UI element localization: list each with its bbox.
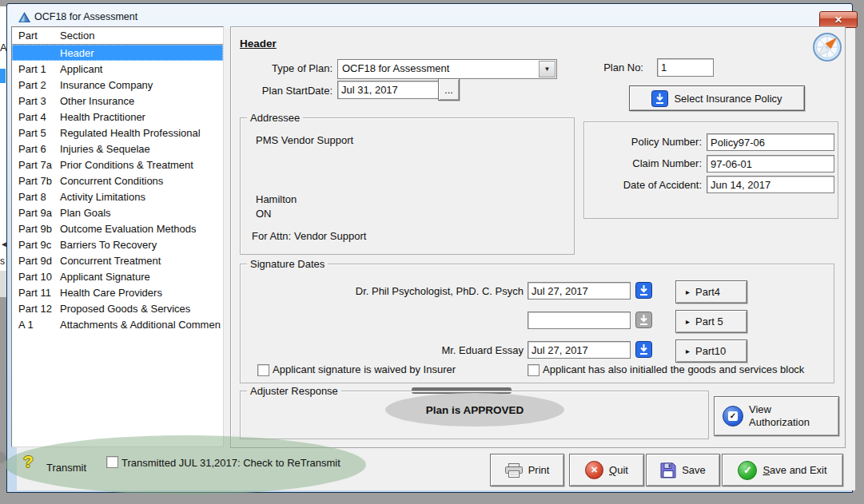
chevron-down-icon[interactable]: ▼: [539, 61, 555, 77]
row-part: Part 9c: [12, 239, 60, 251]
row-section: Health Care Providers: [60, 287, 223, 299]
initialled-checkbox-label: Applicant has also initialled the goods …: [543, 363, 804, 375]
row-part: Part 2: [12, 79, 60, 91]
window-title: OCF18 for Assessment: [34, 11, 137, 22]
save-and-exit-button[interactable]: ✓ Save and Exit: [722, 454, 843, 486]
sidebar-item-applicant[interactable]: Part 1Applicant: [12, 61, 223, 77]
save-button[interactable]: Save: [646, 454, 720, 486]
row-part: Part 11: [12, 287, 60, 299]
sidebar-item-activity-limitations[interactable]: Part 8Activity Limitations: [12, 189, 223, 204]
retransmit-checkbox-label: Transmitted JUL 31,2017: Check to ReTran…: [121, 457, 340, 469]
check-circle-icon: ✓: [738, 461, 757, 480]
date-of-accident-input[interactable]: Jun 14, 2017: [707, 176, 834, 193]
titlebar[interactable]: OCF18 for Assessment ✕: [17, 8, 848, 28]
arrow-right-icon: ▸: [686, 347, 690, 355]
download-icon: [651, 90, 668, 107]
sidebar-item-concurrent-conditions[interactable]: Part 7bConcurrent Conditions: [12, 173, 223, 189]
close-button[interactable]: ✕: [819, 11, 858, 28]
type-of-plan-select[interactable]: OCF18 for Assessment ▼: [337, 59, 557, 79]
row-section: Applicant: [60, 63, 223, 75]
section-list-header: Part Section: [12, 27, 223, 45]
sidebar-item-health-care-providers[interactable]: Part 11Health Care Providers: [12, 284, 223, 300]
row-part: Part 7b: [12, 175, 60, 187]
signature-dates-title: Signature Dates: [247, 258, 328, 270]
row-part: Part 6: [12, 143, 60, 155]
compass-icon[interactable]: [812, 32, 842, 62]
initialled-checkbox[interactable]: [528, 364, 540, 376]
column-section: Section: [60, 30, 94, 42]
date-picker-button[interactable]: ...: [438, 78, 460, 101]
row-part: Part 10: [12, 271, 60, 283]
row-section: Header: [60, 47, 223, 59]
select-insurance-policy-button[interactable]: Select Insurance Policy: [629, 85, 805, 111]
sidebar-item-attachments[interactable]: A 1Attachments & Additional Commen: [12, 316, 223, 332]
policy-number-input[interactable]: Policy97-06: [707, 133, 834, 151]
sidebar-item-prior-conditions[interactable]: Part 7aPrior Conditions & Treatment: [12, 157, 223, 173]
signature-row-label: Mr. Eduard Essay: [248, 344, 524, 356]
row-part: A 1: [12, 319, 60, 331]
quit-button[interactable]: ✕ Quit: [569, 454, 644, 486]
sidebar-item-header[interactable]: Header: [12, 45, 223, 61]
part4-label: Part4: [695, 286, 720, 298]
row-section: Barriers To Recovery: [60, 239, 223, 251]
floppy-disk-icon: [660, 462, 676, 478]
app-icon: [18, 12, 30, 22]
status-badge: Plan is APPROVED: [385, 393, 564, 427]
addressee-name: PMS Vendor Support: [256, 134, 353, 146]
page-title: Header: [240, 38, 277, 50]
sidebar-item-outcome-evaluation[interactable]: Part 9bOutcome Evaluation Methods: [12, 220, 223, 236]
transmit-label: Transmit: [46, 462, 86, 474]
sidebar-item-health-practitioner[interactable]: Part 4Health Practitioner: [12, 109, 223, 125]
row-part: Part 9b: [12, 223, 60, 235]
row-part: Part 7a: [12, 159, 60, 171]
for-attn-value: Vendor Support: [294, 230, 366, 242]
goto-part4-button[interactable]: ▸ Part4: [675, 280, 747, 304]
view-authorization-button[interactable]: ✓ View Authorization: [714, 396, 839, 436]
help-icon[interactable]: ?: [23, 452, 34, 471]
sidebar-item-barriers-to-recovery[interactable]: Part 9cBarriers To Recovery: [12, 236, 223, 252]
adjuster-response-title: Adjuster Response: [247, 385, 341, 397]
sidebar-item-concurrent-treatment[interactable]: Part 9dConcurrent Treatment: [12, 252, 223, 268]
sidebar-item-injuries-sequelae[interactable]: Part 6Injuries & Sequelae: [12, 141, 223, 157]
sidebar-item-other-insurance[interactable]: Part 3Other Insurance: [12, 93, 223, 109]
sidebar-item-insurance-company[interactable]: Part 2Insurance Company: [12, 77, 223, 93]
signature-date-input[interactable]: Jul 27, 2017: [528, 341, 631, 359]
row-section: Outcome Evaluation Methods: [60, 223, 223, 235]
signature-date-input[interactable]: Jul 27, 2017: [528, 282, 631, 300]
signature-date-input[interactable]: [528, 312, 631, 329]
plan-start-date-input[interactable]: Jul 31, 2017: [337, 81, 440, 99]
addressee-city: Hamilton: [256, 193, 297, 205]
retransmit-checkbox[interactable]: [106, 456, 118, 468]
row-section: Attachments & Additional Commen: [60, 319, 223, 331]
sidebar-item-regulated-health-professional[interactable]: Part 5Regulated Health Professional: [12, 125, 223, 141]
arrow-right-icon: ▸: [686, 288, 690, 296]
sidebar-item-applicant-signature[interactable]: Part 10Applicant Signature: [12, 268, 223, 284]
row-part: Part 12: [12, 303, 60, 315]
plan-no-input[interactable]: 1: [657, 58, 714, 77]
goto-part5-button[interactable]: ▸ Part 5: [675, 310, 747, 333]
view-authorization-label: View Authorization: [749, 403, 819, 430]
print-button[interactable]: Print: [490, 454, 564, 486]
sidebar-item-plan-goals[interactable]: Part 9aPlan Goals: [12, 204, 223, 220]
waived-checkbox[interactable]: [257, 364, 269, 376]
close-icon: ✕: [834, 15, 842, 25]
type-of-plan-value: OCF18 for Assessment: [342, 62, 449, 74]
save-and-exit-label: Save and Exit: [762, 464, 826, 476]
background-text-fragment: A: [0, 42, 6, 54]
claim-number-input[interactable]: 97-06-01: [707, 155, 834, 173]
row-section: Concurrent Conditions: [60, 175, 223, 187]
row-section: Prior Conditions & Treatment: [60, 159, 223, 171]
fill-date-button[interactable]: [635, 282, 652, 299]
type-of-plan-label: Type of Plan:: [237, 62, 332, 74]
fill-date-button[interactable]: [635, 341, 652, 358]
save-label: Save: [682, 464, 706, 476]
sidebar-item-proposed-goods-services[interactable]: Part 12Proposed Goods & Services: [12, 300, 223, 316]
row-part: Part 3: [12, 95, 60, 107]
row-section: Regulated Health Professional: [60, 127, 223, 139]
row-part: Part 9a: [12, 207, 60, 219]
desktop: A ◄ s OCF18 for Assessment ✕ Part Sectio…: [0, 0, 864, 504]
print-label: Print: [528, 464, 550, 476]
goto-part10-button[interactable]: ▸ Part10: [675, 339, 747, 363]
part10-label: Part10: [695, 345, 726, 357]
section-list[interactable]: Part Section Header Part 1Applicant Part…: [11, 26, 224, 447]
